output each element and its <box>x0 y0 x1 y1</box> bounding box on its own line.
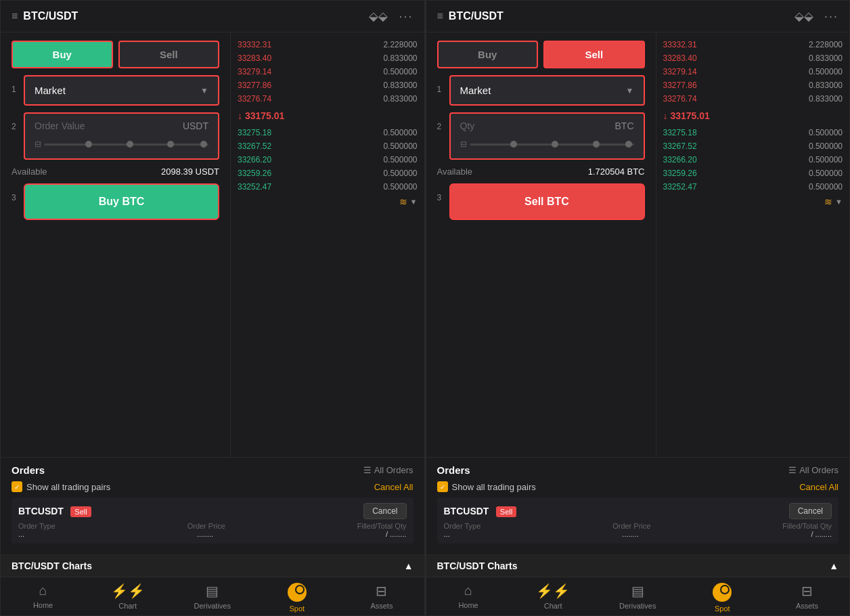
slider-dot-1-right <box>510 141 517 148</box>
order-cols-right: Order Type Order Price Filled/Total Qty <box>444 522 832 530</box>
cancel-all-btn-left[interactable]: Cancel All <box>374 482 413 492</box>
order-pair-right: BTCUSDT Sell <box>444 505 517 517</box>
slider-dot-1-left <box>85 141 92 148</box>
home-icon-left: ⌂ <box>39 583 47 598</box>
orderbook-left: 33332.31 2.228000 33283.40 0.833000 3327… <box>231 32 424 457</box>
show-pairs-left: ✓ Show all trading pairs <box>12 481 110 492</box>
ob-ask-row-1: 33332.31 2.228000 <box>236 38 419 51</box>
qty-row-right: Qty BTC <box>460 120 634 131</box>
assets-icon-left: ⊟ <box>376 583 387 599</box>
available-label-left: Available <box>12 167 47 177</box>
all-orders-icon: ☰ <box>363 465 372 475</box>
pair-title-left[interactable]: BTC/USDT <box>23 10 78 22</box>
filter-icon-right: ≋ <box>824 196 832 207</box>
nav-chart-right[interactable]: ⚡⚡ Chart <box>511 583 596 613</box>
charts-bar-title-right: BTC/USDT Charts <box>437 560 518 571</box>
order-values-left: ... ........ / ........ <box>18 530 407 538</box>
slider-track-right[interactable] <box>470 144 634 146</box>
chart-icon-left: ⚡⚡ <box>111 583 145 599</box>
spot-label-left: Spot <box>290 604 305 613</box>
row1-num-left: 1 <box>12 75 20 94</box>
market-dropdown-right[interactable]: Market ▼ <box>449 75 645 106</box>
candle-icon-right[interactable]: ⬙⬙ <box>795 9 813 24</box>
nav-assets-left[interactable]: ⊟ Assets <box>339 583 424 613</box>
nav-derivatives-left[interactable]: ▤ Derivatives <box>170 583 254 613</box>
nav-spot-right[interactable]: Spot <box>680 583 765 613</box>
dots-menu-left[interactable]: ··· <box>399 9 413 24</box>
row3-right: 3 Sell BTC <box>437 183 645 220</box>
buy-sell-tabs-left: Buy Sell <box>12 41 219 68</box>
slider-icon-right: ⊟ <box>460 139 467 149</box>
chart-icon-right: ⚡⚡ <box>536 583 570 599</box>
all-orders-btn-left[interactable]: ☰ All Orders <box>363 465 413 475</box>
sell-btc-button[interactable]: Sell BTC <box>449 183 645 220</box>
derivatives-icon-right: ▤ <box>631 583 644 599</box>
row1-num-right: 1 <box>437 75 445 94</box>
bottom-nav-left: ⌂ Home ⚡⚡ Chart ▤ Derivatives S <box>1 577 424 615</box>
charts-bar-right[interactable]: BTC/USDT Charts ▲ <box>426 554 850 577</box>
order-item-right: BTCUSDT Sell Cancel Order Type Order Pri… <box>437 498 839 544</box>
svg-point-5 <box>721 586 728 593</box>
order-value-box-left: Order Value USDT ⊟ <box>24 112 219 160</box>
menu-icon-right[interactable]: ≡ <box>437 10 443 22</box>
order-pair-left: BTCUSDT Sell <box>18 505 91 517</box>
all-orders-icon-right: ☰ <box>788 465 797 475</box>
home-icon-right: ⌂ <box>464 583 472 598</box>
slider-container-right[interactable]: ⊟ <box>460 137 634 152</box>
nav-derivatives-right[interactable]: ▤ Derivatives <box>596 583 680 613</box>
header-right: ⬙⬙ ··· <box>369 9 413 24</box>
row2-num-right: 2 <box>437 112 445 131</box>
checkbox-right[interactable]: ✓ <box>437 481 448 492</box>
nav-chart-left[interactable]: ⚡⚡ Chart <box>85 583 170 613</box>
order-item-header-left: BTCUSDT Sell Cancel <box>18 503 407 519</box>
nav-home-right[interactable]: ⌂ Home <box>426 583 511 613</box>
derivatives-label-right: Derivatives <box>619 602 656 610</box>
ob-ask-row-5: 33276.74 0.833000 <box>236 92 419 106</box>
market-dropdown-left[interactable]: Market ▼ <box>24 75 219 106</box>
sell-tab-right[interactable]: Sell <box>543 41 645 68</box>
all-orders-btn-right[interactable]: ☰ All Orders <box>788 465 838 475</box>
slider-dot-2-right <box>552 141 558 148</box>
cancel-all-btn-right[interactable]: Cancel All <box>799 482 838 492</box>
panel-header-right: ≡ BTC/USDT ⬙⬙ ··· <box>426 1 850 32</box>
sell-badge-right: Sell <box>496 506 516 517</box>
nav-home-left[interactable]: ⌂ Home <box>1 583 85 613</box>
header-right-right: ⬙⬙ ··· <box>795 9 838 24</box>
cancel-order-btn-right[interactable]: Cancel <box>789 503 832 519</box>
buy-tab-left[interactable]: Buy <box>12 41 113 68</box>
row2-left: 2 Order Value USDT ⊟ <box>12 112 219 160</box>
nav-assets-right[interactable]: ⊟ Assets <box>765 583 849 613</box>
nav-spot-left[interactable]: Spot <box>254 583 339 613</box>
ob-bid-row-r2: 33267.52 0.500000 <box>662 139 845 153</box>
show-pairs-label-right: Show all trading pairs <box>452 482 536 492</box>
orders-title-left: Orders <box>12 464 45 476</box>
buy-btc-button[interactable]: Buy BTC <box>24 183 219 220</box>
menu-icon[interactable]: ≡ <box>12 10 18 22</box>
checkbox-left[interactable]: ✓ <box>12 481 22 492</box>
buy-tab-right[interactable]: Buy <box>437 41 539 68</box>
cancel-order-btn-left[interactable]: Cancel <box>363 503 406 519</box>
orders-section-right: Orders ☰ All Orders ✓ Show all trading p… <box>426 457 850 554</box>
candle-icon-left[interactable]: ⬙⬙ <box>369 9 388 24</box>
orders-section-left: Orders ☰ All Orders ✓ Show all trading p… <box>1 457 424 554</box>
ob-ask-row-3: 33279.14 0.500000 <box>236 65 419 79</box>
sell-tab-left[interactable]: Sell <box>118 41 220 68</box>
ob-bid-row-r3: 33266.20 0.500000 <box>662 153 845 167</box>
charts-bar-left[interactable]: BTC/USDT Charts ▲ <box>1 554 424 577</box>
ob-ask-row-2: 33283.40 0.833000 <box>236 51 419 65</box>
spot-icon-right <box>713 583 732 602</box>
order-cols-left: Order Type Order Price Filled/Total Qty <box>18 522 407 530</box>
slider-track-left[interactable] <box>44 144 208 146</box>
orders-header-left: Orders ☰ All Orders <box>12 464 413 476</box>
ob-filter-left[interactable]: ≋ ▼ <box>236 194 419 210</box>
market-label-right: Market <box>460 85 491 96</box>
ob-filter-right[interactable]: ≋ ▼ <box>662 194 845 210</box>
order-item-header-right: BTCUSDT Sell Cancel <box>444 503 832 519</box>
orders-title-right: Orders <box>437 464 470 476</box>
charts-bar-title-left: BTC/USDT Charts <box>12 560 92 571</box>
slider-container-left[interactable]: ⊟ <box>35 137 208 152</box>
assets-label-right: Assets <box>796 602 818 610</box>
pair-title-right[interactable]: BTC/USDT <box>449 10 504 22</box>
dots-menu-right[interactable]: ··· <box>824 9 838 24</box>
slider-dot-4-left <box>200 141 207 148</box>
